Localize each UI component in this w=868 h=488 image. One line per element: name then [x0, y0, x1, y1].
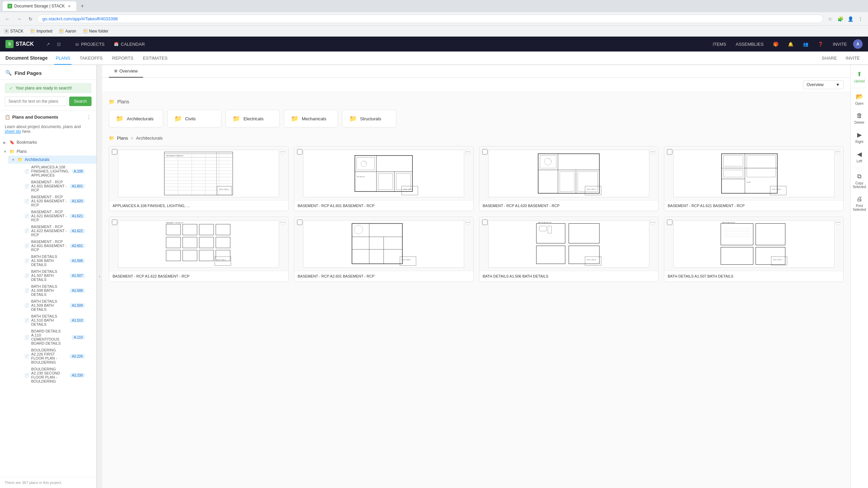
overview-tab[interactable]: ⊞ Overview [109, 65, 143, 78]
architecturals-toggle[interactable]: ▼ 📁 Architecturals ⋮ [8, 156, 96, 164]
avatar-btn[interactable]: A [853, 39, 863, 49]
help-icon[interactable]: ❓ [814, 40, 827, 49]
browser-tab[interactable]: S Document Storage | STACK ✕ [3, 1, 76, 11]
plan-context-menu[interactable]: ⋯ [650, 149, 655, 155]
search-btn[interactable]: Search [69, 97, 92, 106]
gift-icon[interactable]: 🎁 [770, 40, 782, 49]
sub-nav-right: SHARE INVITE [819, 54, 863, 62]
takeoffs-tab[interactable]: TAKEOFFS [78, 52, 104, 65]
estimates-tab[interactable]: ESTIMATES [141, 52, 169, 65]
tab-close-btn[interactable]: ✕ [67, 4, 72, 8]
folder-card-structurals[interactable]: 📁 Structurals [342, 110, 396, 127]
right-btn[interactable]: ▶ Right [852, 128, 867, 146]
bookmark-stack[interactable]: S STACK [3, 28, 25, 34]
plan-card-p6[interactable]: MODEL TOBACCO ⋯ BASEMENT - RCP A2.601 BA… [294, 217, 474, 282]
open-btn[interactable]: 📂 Open [852, 90, 867, 108]
left-btn[interactable]: ◀ Left [852, 148, 867, 166]
assemblies-btn[interactable]: ASSEMBLIES [732, 40, 767, 49]
calendar-nav-item[interactable]: 📅 CALENDAR [109, 39, 150, 49]
plan-checkbox[interactable] [112, 220, 117, 225]
sidebar-file-item[interactable]: 📄 BATH DETAILS A1.507 BATH DETAILS A1.50… [16, 268, 96, 283]
plan-card-p1[interactable]: APPLIANCES SCHEDULE MODEL TOBACCO ⋯ APPL… [109, 146, 289, 211]
plan-checkbox[interactable] [482, 149, 488, 155]
profile-icon[interactable]: 👤 [846, 14, 855, 24]
reload-btn[interactable]: ↻ [26, 14, 35, 24]
sidebar-file-item[interactable]: 📄 BASEMENT - RCP A1.601 BASEMENT - RCP A… [16, 179, 96, 194]
plan-card-p7[interactable]: BATH DETAILS A1.506 MODEL TOBACCO ⋯ BATH… [479, 217, 659, 282]
bookmark-star-icon[interactable]: ☆ [825, 14, 835, 24]
bookmark-imported[interactable]: 📁 Imported [29, 28, 54, 34]
plan-context-menu[interactable]: ⋯ [650, 220, 655, 225]
bookmark-aaron[interactable]: 📁 Aaron [58, 28, 77, 34]
view-selector[interactable]: Overview ▼ [803, 80, 844, 89]
forward-btn[interactable]: → [14, 14, 24, 24]
sidebar-file-item[interactable]: 📄 BATH DETAILS A1.506 BATH DETAILS A1.50… [16, 253, 96, 268]
sidebar-file-item[interactable]: 📄 BATH DETAILS A1.509 BATH DETAILS A1.50… [16, 298, 96, 313]
plan-checkbox[interactable] [297, 220, 302, 225]
external-link-icon[interactable]: ↗ [43, 39, 53, 49]
new-tab-btn[interactable]: + [78, 2, 86, 10]
bookmark-new-folder[interactable]: 📁 New folder [82, 28, 110, 34]
plan-checkbox[interactable] [112, 149, 117, 155]
sidebar-file-item[interactable]: 📄 BOARD DETAILS A.110 CEMENTITIOUS BOARD… [16, 328, 96, 347]
search-input[interactable] [5, 97, 67, 106]
plan-checkbox[interactable] [297, 149, 302, 155]
sidebar-file-item[interactable]: 📄 BATH DETAILS A1.508 BATH DETAILS A1.50… [16, 283, 96, 298]
folder-card-mechanicals[interactable]: 📁 Mechanicals [284, 110, 338, 127]
breadcrumb-root-link[interactable]: Plans [117, 136, 128, 141]
plan-context-menu[interactable]: ⋯ [835, 220, 841, 225]
collapse-sidebar-handle[interactable]: ‹ [97, 65, 102, 488]
folder-card-architecturals[interactable]: 📁 Architecturals [109, 110, 163, 127]
plan-context-menu[interactable]: ⋯ [835, 149, 841, 155]
print-selected-btn[interactable]: 🖨 Print Selected [852, 193, 867, 214]
plan-checkbox[interactable] [482, 220, 488, 225]
items-btn[interactable]: ITEMS [709, 40, 730, 49]
sidebar-footer: There are 367 plans in this project. [0, 477, 96, 488]
more-icon[interactable]: ⋮ [856, 14, 865, 24]
plans-toggle[interactable]: ▼ 📁 Plans ⋮ [0, 147, 96, 156]
reports-tab[interactable]: REPORTS [111, 52, 135, 65]
sheet-ids-link[interactable]: sheet ids [5, 129, 21, 134]
bell-icon[interactable]: 🔔 [785, 40, 797, 49]
plan-card-p4[interactable]: MODEL TOBACCO A1.620 ⋯ BASEMENT - RCP A1… [664, 146, 844, 211]
copy-selected-btn[interactable]: ⧉ Copy Selected [852, 170, 867, 191]
svg-text:MODEL TOBACCO: MODEL TOBACCO [402, 259, 411, 261]
plan-card-p2[interactable]: MODEL TOBACCO RCP A1.601 ⋯ BASEMENT - RC… [294, 146, 474, 211]
plan-card-p3[interactable]: MODEL TOBACCO ⋯ BASEMENT - RCP A1.620 BA… [479, 146, 659, 211]
share-icon[interactable]: ⊡ [54, 39, 64, 49]
folder-card-civils[interactable]: 📁 Civils [167, 110, 221, 127]
invite-btn[interactable]: INVITE [829, 40, 850, 49]
plan-card-p8[interactable]: MODEL TOBACCO BATH DETAILS A1.507 ⋯ BATH… [664, 217, 844, 282]
extensions-icon[interactable]: 🧩 [835, 14, 845, 24]
projects-nav-item[interactable]: 🗂 PROJECTS [71, 39, 109, 49]
share-btn[interactable]: SHARE [819, 54, 840, 62]
sidebar-file-item[interactable]: 📄 BASEMENT - RCP A1.622 BASEMENT - RCP A… [16, 223, 96, 238]
sidebar-file-item[interactable]: 📄 BASEMENT - RCP A2.601 BASEMENT - RCP A… [16, 238, 96, 253]
plans-docs-menu[interactable]: ⋮ [86, 114, 92, 120]
plan-context-menu[interactable]: ⋯ [280, 149, 285, 155]
svg-text:BATH DETAILS A1.506: BATH DETAILS A1.506 [538, 222, 551, 223]
plan-context-menu[interactable]: ⋯ [465, 220, 471, 225]
stack-logo[interactable]: S STACK [5, 40, 34, 48]
plans-tab[interactable]: PLANS [54, 52, 72, 65]
back-btn[interactable]: ← [3, 14, 12, 24]
sidebar-file-item[interactable]: 📄 BOULDERING A2.226 FIRST FLOOR PLAN - B… [16, 347, 96, 366]
sidebar-file-item[interactable]: 📄 APPLIANCES A.108 FINISHES, LIGHTING, A… [16, 164, 96, 179]
invite-sub-btn[interactable]: INVITE [843, 54, 863, 62]
bookmarks-toggle[interactable]: ▶ 🔖 Bookmarks [0, 139, 96, 146]
address-bar[interactable]: go.stackct.com/app/#/Takeoff/4033398 [37, 15, 823, 23]
sidebar-file-item[interactable]: 📄 BASEMENT - RCP A1.621 BASEMENT - RCP A… [16, 208, 96, 223]
plan-card-p5[interactable]: MODEL TOBACCO BASEMENT - RCP A1.622 ⋯ BA… [109, 217, 289, 282]
users-icon[interactable]: 👥 [800, 40, 812, 49]
sidebar-file-item[interactable]: 📄 BOULDERING A2.230 SECOND FLOOR PLAN - … [16, 366, 96, 385]
plan-context-menu[interactable]: ⋯ [280, 220, 285, 225]
upload-btn[interactable]: ⬆ Upload [852, 68, 867, 86]
sidebar-file-item[interactable]: 📄 BASEMENT - RCP A1.620 BASEMENT - RCP A… [16, 194, 96, 208]
svg-text:MODEL TOBACCO: MODEL TOBACCO [773, 259, 782, 261]
sidebar-file-item[interactable]: 📄 BATH DETAILS A1.510 BATH DETAILS A1.51… [16, 313, 96, 328]
plan-checkbox[interactable] [667, 149, 672, 155]
folder-card-electricals[interactable]: 📁 Electricals [225, 110, 280, 127]
plan-checkbox[interactable] [667, 220, 672, 225]
plan-context-menu[interactable]: ⋯ [465, 149, 471, 155]
delete-btn[interactable]: 🗑 Delete [852, 109, 867, 127]
